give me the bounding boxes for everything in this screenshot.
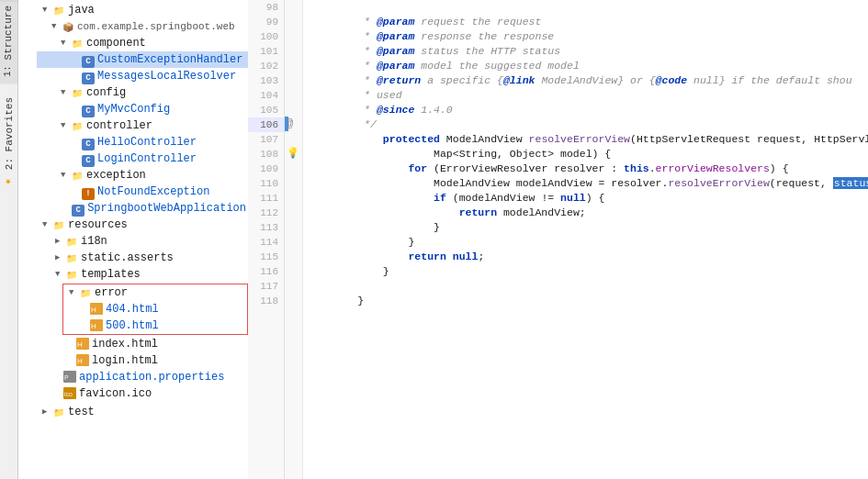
svg-text:ico: ico — [64, 391, 73, 397]
line-num: 118 — [248, 294, 284, 308]
line-num: 98 — [248, 0, 284, 15]
tree-item-index-html[interactable]: H index.html — [37, 336, 248, 352]
code-panel: 98 99 100 101 102 103 104 105 106 107 10… — [248, 0, 868, 479]
folder-icon: 📁 — [78, 286, 93, 299]
tree-item-login-html[interactable]: H login.html — [37, 352, 248, 369]
line-num: 101 — [248, 44, 284, 59]
structure-tab-label: Structure — [3, 6, 14, 60]
html-icon: H — [75, 338, 90, 351]
highlighted-error-group: ▼ 📁 error H 404.html H 500.html — [62, 284, 248, 335]
tree-label: favicon.ico — [79, 385, 152, 402]
tree-item-test[interactable]: ▶ 📁 test — [37, 404, 248, 420]
tree-label: MessagesLocalResolver — [97, 68, 236, 84]
tree-label: MyMvcConfig — [97, 101, 170, 117]
favorites-tab[interactable]: ★ 2: Favorites — [0, 93, 17, 194]
tree-label: HelloController — [97, 134, 197, 150]
arrow-icon: ▼ — [55, 266, 64, 283]
line-num: 100 — [248, 29, 284, 44]
favorites-tab-label: 2: Favorites — [4, 97, 15, 170]
tree-item-404-html[interactable]: H 404.html — [63, 301, 247, 317]
arrow-icon: ▼ — [51, 18, 61, 35]
tree-item-error[interactable]: ▼ 📁 error — [63, 284, 247, 301]
file-tree: ▼ 📁 java ▼ 📦 com.example.springboot.web … — [37, 0, 248, 479]
line-num: 117 — [248, 279, 284, 294]
tree-item-messages-local-resolver[interactable]: C MessagesLocalResolver — [37, 68, 248, 84]
tree-item-static-asserts[interactable]: ▶ 📁 static.asserts — [37, 250, 248, 266]
html-icon: H — [75, 354, 90, 367]
bulb-icon[interactable]: 💡 — [287, 147, 299, 159]
line-num: 114 — [248, 235, 284, 250]
tree-item-500-html[interactable]: H 500.html — [63, 317, 247, 334]
class-icon: C — [81, 53, 96, 66]
class-icon: C — [71, 202, 85, 215]
code-area[interactable]: * @param request the request * @param re… — [303, 0, 868, 479]
properties-icon: P — [62, 371, 77, 384]
tree-label: config — [86, 84, 126, 101]
line-num: 116 — [248, 264, 284, 279]
tree-label: static.asserts — [81, 250, 174, 266]
line-numbers: 98 99 100 101 102 103 104 105 106 107 10… — [248, 0, 285, 479]
line-num: 111 — [248, 191, 284, 206]
folder-icon: 📁 — [51, 218, 66, 231]
line-num: 108 — [248, 147, 284, 162]
line-num: 99 — [248, 15, 284, 29]
code-line-106: protected ModelAndView resolveErrorView(… — [307, 117, 868, 132]
structure-tab[interactable]: 1: Structure — [0, 0, 17, 84]
svg-text:H: H — [91, 322, 96, 330]
svg-text:P: P — [64, 374, 69, 381]
tree-item-not-found-exception[interactable]: ! NotFoundException — [37, 184, 248, 200]
tree-item-pkg[interactable]: ▼ 📦 com.example.springboot.web — [37, 18, 248, 35]
tree-item-favicon[interactable]: ico favicon.ico — [37, 385, 248, 402]
tree-item-i18n[interactable]: ▶ 📁 i18n — [37, 233, 248, 250]
tree-label: resources — [68, 217, 128, 233]
folder-icon: 📦 — [61, 20, 75, 33]
folder-icon: 📁 — [64, 268, 79, 281]
tree-label: java — [68, 2, 95, 18]
tree-item-controller[interactable]: ▼ 📁 controller — [37, 117, 248, 134]
folder-icon: 📁 — [70, 86, 85, 99]
tree-item-my-mvc-config[interactable]: C MyMvcConfig — [37, 101, 248, 117]
class-icon: C — [81, 70, 96, 83]
tree-label: com.example.springboot.web — [77, 18, 235, 35]
tree-item-custom-exception-handler[interactable]: C CustomExceptionHandler — [37, 51, 248, 68]
folder-icon: 📁 — [64, 251, 79, 264]
line-num: 102 — [248, 59, 284, 73]
svg-text:H: H — [77, 357, 83, 365]
tree-label: index.html — [92, 336, 158, 352]
line-num: 113 — [248, 220, 284, 235]
tree-item-exception[interactable]: ▼ 📁 exception — [37, 167, 248, 184]
tree-label: SpringbootWebApplication — [87, 200, 246, 217]
arrow-icon: ▼ — [61, 117, 70, 134]
tree-label: templates — [81, 266, 141, 283]
folder-icon: 📁 — [64, 235, 79, 248]
tree-item-login-controller[interactable]: C LoginController — [37, 150, 248, 167]
arrow-icon: ▼ — [61, 35, 70, 51]
tree-label: LoginController — [97, 150, 197, 167]
tree-item-java[interactable]: ▼ 📁 java — [37, 2, 248, 18]
line-num: 115 — [248, 250, 284, 264]
line-num: 105 — [248, 103, 284, 117]
svg-text:H: H — [91, 306, 96, 314]
arrow-icon: ▼ — [61, 167, 70, 184]
line-num: 107 — [248, 132, 284, 147]
code-line-118 — [307, 294, 868, 308]
tree-label: test — [68, 404, 95, 420]
tree-label: NotFoundException — [97, 184, 209, 200]
tree-item-springboot-web-app[interactable]: C SpringbootWebApplication — [37, 200, 248, 217]
tree-item-hello-controller[interactable]: C HelloController — [37, 134, 248, 150]
code-line-116 — [307, 264, 868, 279]
arrow-icon: ▶ — [55, 250, 64, 266]
folder-icon: 📁 — [70, 37, 85, 50]
tree-label: controller — [86, 117, 152, 134]
tree-item-application-properties[interactable]: P application.properties — [37, 369, 248, 385]
tree-item-resources[interactable]: ▼ 📁 resources — [37, 217, 248, 233]
tree-item-config[interactable]: ▼ 📁 config — [37, 84, 248, 101]
arrow-icon: ▼ — [69, 284, 78, 301]
folder-icon: 📁 — [70, 169, 85, 182]
tree-item-templates[interactable]: ▼ 📁 templates — [37, 266, 248, 283]
line-num: 110 — [248, 176, 284, 191]
folder-icon: 📁 — [70, 119, 85, 132]
tree-item-component[interactable]: ▼ 📁 component — [37, 35, 248, 51]
tree-label: application.properties — [79, 369, 224, 385]
arrow-icon: ▶ — [42, 404, 51, 420]
